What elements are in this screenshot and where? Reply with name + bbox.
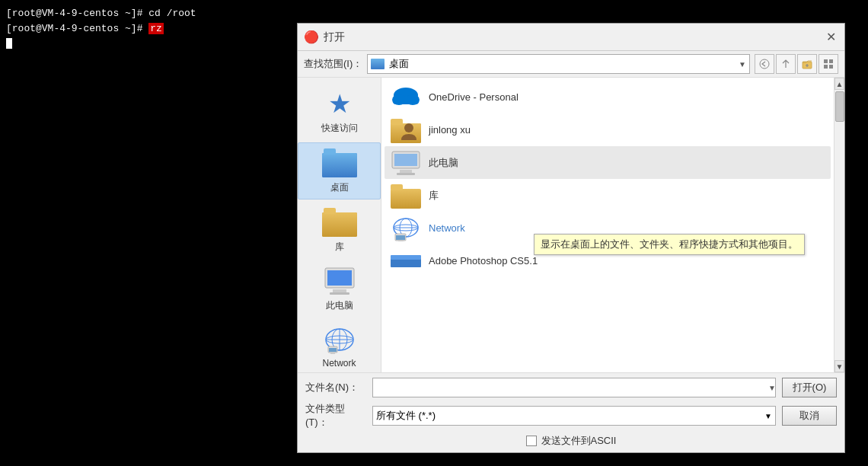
filename-label: 文件名(N)： <box>305 381 366 394</box>
user-file-icon <box>391 116 421 143</box>
library-icon <box>321 207 358 238</box>
location-select-inner: 桌面 <box>371 57 734 71</box>
tooltip: 显示在桌面上的文件、文件夹、程序快捷方式和其他项目。 <box>534 234 805 255</box>
scrollbar-thumb-area <box>834 90 844 360</box>
title-bar-left: 🔴 打开 <box>304 30 345 44</box>
network-file-icon <box>391 215 421 241</box>
open-file-dialog: 🔴 打开 ✕ 查找范围(I)： 桌面 ▼ <box>297 23 845 453</box>
new-folder-button[interactable] <box>797 54 817 74</box>
this-pc-file-icon <box>391 149 421 176</box>
terminal-line-3 <box>6 36 283 51</box>
toolbar-buttons <box>755 54 838 74</box>
svg-rect-11 <box>324 208 336 214</box>
scrollbar-down-button[interactable]: ▼ <box>834 360 844 372</box>
sidebar-item-desktop-label: 桌面 <box>330 181 349 194</box>
svg-rect-5 <box>829 65 833 69</box>
library-file-icon <box>391 182 421 209</box>
open-button[interactable]: 打开(O) <box>782 378 837 397</box>
filetype-dropdown-arrow: ▼ <box>764 412 772 420</box>
svg-rect-35 <box>397 173 415 175</box>
terminal-prompt-2: [root@VM-4-9-centos ~]# <box>6 23 148 34</box>
location-folder-icon <box>371 59 385 69</box>
sidebar-item-library[interactable]: 库 <box>298 203 381 258</box>
scrollbar[interactable]: ▲ ▼ <box>834 78 844 372</box>
location-dropdown-arrow: ▼ <box>739 60 746 69</box>
svg-rect-22 <box>329 348 337 352</box>
ascii-checkbox[interactable] <box>526 436 537 446</box>
scrollbar-up-button[interactable]: ▲ <box>834 78 844 90</box>
up-button[interactable] <box>776 54 796 74</box>
file-item-user-name: jinlong xu <box>429 124 471 136</box>
main-area: ★ 快速访问 桌面 <box>298 78 844 372</box>
terminal-line-2: [root@VM-4-9-centos ~]# rz <box>6 21 283 37</box>
location-dropdown[interactable]: 桌面 ▼ <box>367 54 750 74</box>
svg-rect-3 <box>829 59 833 63</box>
svg-rect-14 <box>333 289 346 292</box>
bottom-bar: 文件名(N)： ▼ 打开(O) 文件类型(T)： 所有文件 (*.*) ▼ 取消… <box>298 372 844 452</box>
svg-point-31 <box>404 123 413 132</box>
svg-rect-37 <box>391 184 403 190</box>
filetype-dropdown[interactable]: 所有文件 (*.*) ▼ <box>372 406 776 426</box>
terminal-line-1: [root@VM-4-9-centos ~]# cd /root <box>6 6 283 21</box>
svg-rect-7 <box>322 153 357 177</box>
filename-row: 文件名(N)： ▼ 打开(O) <box>305 378 837 397</box>
file-list: OneDrive - Personal jinlong xu <box>381 78 834 372</box>
svg-rect-8 <box>324 148 336 155</box>
filetype-row: 文件类型(T)： 所有文件 (*.*) ▼ 取消 <box>305 402 837 429</box>
svg-rect-15 <box>330 292 349 295</box>
back-button[interactable] <box>755 54 774 74</box>
sidebar-item-quick-access[interactable]: ★ 快速访问 <box>298 84 381 139</box>
file-item-this-pc-name: 此电脑 <box>429 156 458 170</box>
svg-rect-30 <box>391 119 403 125</box>
toolbar-row: 查找范围(I)： 桌面 ▼ <box>298 51 844 78</box>
cancel-button[interactable]: 取消 <box>782 406 837 426</box>
sidebar-item-this-pc[interactable]: 此电脑 <box>298 261 381 317</box>
quick-access-icon: ★ <box>321 88 358 119</box>
dialog-title-bar: 🔴 打开 ✕ <box>298 24 844 51</box>
svg-rect-23 <box>330 353 335 354</box>
terminal: [root@VM-4-9-centos ~]# cd /root [root@V… <box>0 0 289 466</box>
filetype-label: 文件类型(T)： <box>305 402 366 429</box>
sidebar-item-quick-access-label: 快速访问 <box>321 122 358 135</box>
photoshop-file-icon <box>391 247 421 274</box>
checkbox-row: 发送文件到ASCII <box>305 434 837 448</box>
scrollbar-thumb[interactable] <box>835 91 844 122</box>
svg-rect-43 <box>396 235 405 240</box>
file-item-onedrive-name: OneDrive - Personal <box>429 91 519 103</box>
file-item-network-name: Network <box>429 222 465 234</box>
this-pc-icon <box>321 266 358 296</box>
svg-rect-4 <box>824 65 828 69</box>
sidebar-item-library-label: 库 <box>335 241 344 254</box>
view-button[interactable] <box>819 54 838 74</box>
file-item-photoshop-name: Adobe Photoshop CS5.1 <box>429 255 538 267</box>
location-value: 桌面 <box>389 57 409 71</box>
svg-rect-13 <box>327 270 352 286</box>
file-item-onedrive[interactable]: OneDrive - Personal <box>385 81 831 113</box>
terminal-prompt-1: [root@VM-4-9-centos ~]# <box>6 8 148 19</box>
terminal-cmd-2-rz: rz <box>148 23 164 34</box>
sidebar-item-this-pc-label: 此电脑 <box>326 299 353 312</box>
close-button[interactable]: ✕ <box>823 30 838 45</box>
desktop-icon <box>321 148 358 178</box>
sidebar: ★ 快速访问 桌面 <box>298 78 381 372</box>
file-item-this-pc[interactable]: 此电脑 <box>385 146 831 179</box>
file-item-user[interactable]: jinlong xu <box>385 113 831 146</box>
svg-rect-2 <box>824 59 828 63</box>
terminal-cursor <box>6 38 12 49</box>
terminal-cmd-1: cd /root <box>148 8 196 19</box>
dialog-title: 打开 <box>324 30 345 44</box>
onedrive-file-icon <box>391 84 421 110</box>
filename-dropdown-arrow: ▼ <box>768 384 776 392</box>
ascii-checkbox-label: 发送文件到ASCII <box>541 434 617 448</box>
svg-rect-33 <box>394 154 417 166</box>
filename-input[interactable] <box>372 378 776 397</box>
sidebar-item-network-label: Network <box>322 358 356 369</box>
file-item-library-name: 库 <box>429 189 439 203</box>
sidebar-item-network[interactable]: Network <box>298 320 381 372</box>
location-label: 查找范围(I)： <box>304 57 362 71</box>
svg-rect-34 <box>400 170 412 173</box>
file-item-library[interactable]: 库 <box>385 179 831 212</box>
svg-rect-46 <box>391 255 421 260</box>
network-sidebar-icon <box>321 324 358 355</box>
sidebar-item-desktop[interactable]: 桌面 <box>298 142 381 199</box>
